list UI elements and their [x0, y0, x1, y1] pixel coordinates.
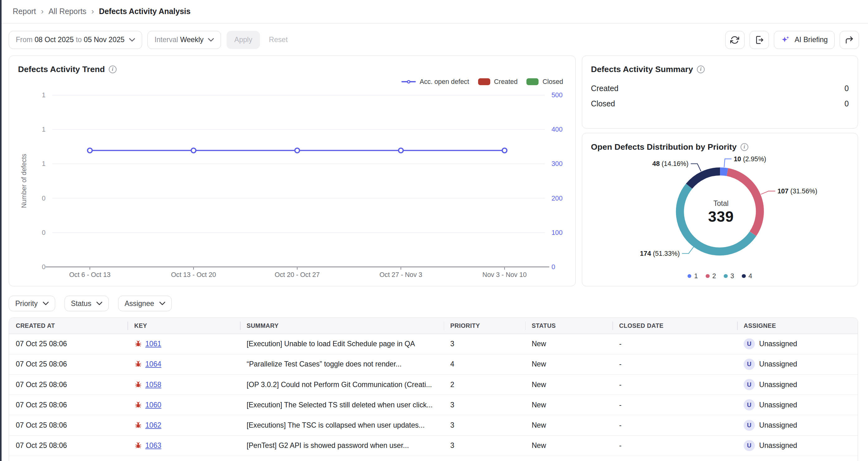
- refresh-button[interactable]: [725, 31, 745, 49]
- column-header-closed-date[interactable]: CLOSED DATE: [613, 318, 737, 334]
- column-header-priority[interactable]: PRIORITY: [444, 318, 525, 334]
- cell-summary: [OP 3.0.2] Could not Perform Git Communi…: [240, 374, 444, 395]
- cell-closed-date: -: [613, 374, 737, 395]
- cell-priority: 3: [444, 334, 525, 354]
- assignee-name: Unassigned: [759, 360, 797, 368]
- defects-activity-summary-card: Defects Activity Summary i Created 0 Clo…: [582, 56, 858, 128]
- defects-table-card: CREATED AT KEY SUMMARY PRIORITY STATUS C…: [9, 318, 858, 461]
- legend-dot-icon: [687, 274, 691, 278]
- cell-assignee: UUnassigned: [737, 334, 858, 354]
- cell-status: New: [525, 374, 613, 395]
- donut-legend-item-2[interactable]: 2: [706, 272, 716, 280]
- svg-text:107 (31.56%): 107 (31.56%): [777, 188, 817, 195]
- toolbar-right: AI Briefing: [725, 31, 859, 49]
- date-range-dropdown[interactable]: From 08 Oct 2025 to 05 Nov 2025: [9, 31, 142, 49]
- column-header-summary[interactable]: SUMMARY: [240, 318, 444, 334]
- reset-button[interactable]: Reset: [266, 35, 291, 44]
- cell-closed-date: -: [613, 354, 737, 374]
- defect-key-link[interactable]: 1064: [145, 360, 161, 368]
- cell-assignee: UUnassigned: [737, 395, 858, 415]
- defect-key-link[interactable]: 1062: [145, 421, 161, 430]
- breadcrumb-report[interactable]: Report: [13, 7, 36, 16]
- cell-created-at: 07 Oct 25 08:06: [9, 354, 127, 374]
- summary-created-label: Created: [591, 84, 618, 93]
- donut-legend-item-1[interactable]: 1: [687, 272, 698, 280]
- grid-lines: [52, 95, 545, 232]
- status-filter-dropdown[interactable]: Status: [64, 296, 109, 311]
- defect-key-link[interactable]: 1060: [145, 401, 161, 409]
- right-axis-labels: 5004003002001000: [552, 91, 563, 271]
- cell-summary: [Execution] The Selected TS still delete…: [240, 395, 444, 415]
- cell-priority: 2: [444, 374, 525, 395]
- cell-summary: [PenTest] G2 API is showed password when…: [240, 435, 444, 456]
- cell-status: New: [525, 415, 613, 435]
- breadcrumb: Report › All Reports › Defects Activity …: [13, 7, 190, 16]
- svg-text:500: 500: [552, 91, 563, 99]
- top-bar: Report › All Reports › Defects Activity …: [0, 0, 868, 23]
- donut-legend-item-3[interactable]: 3: [724, 272, 734, 280]
- cell-created-at: 07 Oct 25 08:06: [9, 435, 127, 456]
- avatar: U: [744, 420, 755, 431]
- cell-summary: [Executions] The TSC is collapsed when u…: [240, 415, 444, 435]
- info-icon[interactable]: i: [697, 65, 705, 73]
- cell-created-at: 07 Oct 25 08:06: [9, 374, 127, 395]
- breadcrumb-all-reports[interactable]: All Reports: [49, 7, 87, 16]
- svg-text:200: 200: [552, 194, 563, 202]
- donut-chart-canvas[interactable]: 10 (2.95%)107 (31.56%)174 (51.33%)48 (14…: [582, 133, 858, 285]
- legend-dot-icon: [742, 274, 745, 278]
- svg-text:300: 300: [552, 160, 563, 168]
- open-defects-distribution-card: Open Defects Distribution by Priority i …: [582, 133, 858, 286]
- assignee-filter-dropdown[interactable]: Assignee: [118, 296, 172, 311]
- cell-closed-date: -: [613, 415, 737, 435]
- defect-key-link[interactable]: 1058: [145, 380, 161, 389]
- defect-key-link[interactable]: 1063: [145, 441, 161, 450]
- donut-legend-item-4[interactable]: 4: [742, 272, 752, 280]
- summary-closed-label: Closed: [591, 99, 615, 108]
- ai-briefing-label: AI Briefing: [795, 35, 828, 44]
- column-header-status[interactable]: STATUS: [525, 318, 613, 334]
- svg-text:100: 100: [552, 229, 563, 236]
- bug-icon: [134, 381, 142, 388]
- bug-icon: [134, 422, 142, 429]
- table-row: 07 Oct 25 08:06 1063 [PenTest] G2 API is…: [9, 435, 858, 456]
- left-axis-labels: 111000: [42, 91, 46, 271]
- legend-dot-icon: [724, 274, 727, 278]
- x-axis-labels: Oct 6 - Oct 13Oct 13 - Oct 20Oct 20 - Oc…: [69, 271, 527, 278]
- svg-text:0: 0: [552, 263, 555, 270]
- legend-label: 2: [712, 272, 716, 280]
- cell-summary: “Parallelize Test Cases” toggle does not…: [240, 354, 444, 374]
- cell-key: 1060: [127, 395, 240, 415]
- table-row: 07 Oct 25 08:06 1062 [Executions] The TS…: [9, 415, 858, 435]
- cell-assignee: UUnassigned: [737, 435, 858, 456]
- column-header-created-at[interactable]: CREATED AT: [9, 318, 127, 334]
- ai-briefing-button[interactable]: AI Briefing: [774, 31, 835, 49]
- svg-text:Oct 20 - Oct 27: Oct 20 - Oct 27: [275, 271, 320, 278]
- column-header-key[interactable]: KEY: [127, 318, 240, 334]
- apply-button[interactable]: Apply: [226, 31, 260, 49]
- cell-closed-date: -: [613, 435, 737, 456]
- defect-key-link[interactable]: 1061: [145, 340, 161, 348]
- interval-dropdown[interactable]: Interval Weekly: [148, 31, 221, 49]
- legend-label: 1: [694, 272, 698, 280]
- breadcrumb-separator: ›: [91, 7, 94, 16]
- share-button[interactable]: [840, 31, 859, 49]
- legend-label: 4: [748, 272, 752, 280]
- export-button[interactable]: [750, 31, 769, 49]
- cell-priority: 4: [444, 354, 525, 374]
- avatar: U: [744, 359, 755, 370]
- table-row: 07 Oct 25 08:06 1060 [Execution] The Sel…: [9, 395, 858, 415]
- avatar: U: [744, 339, 755, 350]
- avatar: U: [744, 440, 755, 451]
- column-header-assignee[interactable]: ASSIGNEE: [737, 318, 858, 334]
- cell-priority: 3: [444, 435, 525, 456]
- share-icon: [845, 35, 854, 45]
- trend-chart-canvas[interactable]: 1110005004003002001000Oct 6 - Oct 13Oct …: [9, 56, 576, 287]
- priority-filter-dropdown[interactable]: Priority: [9, 296, 55, 311]
- interval-label: Interval Weekly: [155, 35, 204, 44]
- svg-text:174 (51.33%): 174 (51.33%): [640, 250, 680, 257]
- table-row: 07 Oct 25 08:06 1064 “Parallelize Test C…: [9, 354, 858, 374]
- svg-text:0: 0: [42, 194, 46, 202]
- chevron-down-icon: [129, 38, 135, 42]
- legend-dot-icon: [706, 274, 709, 278]
- window-edge: [0, 0, 2, 461]
